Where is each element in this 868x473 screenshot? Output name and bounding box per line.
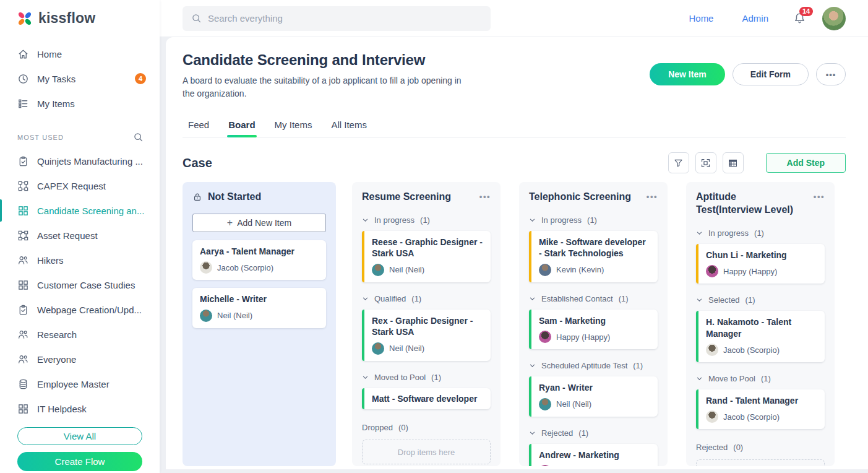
create-flow-button[interactable]: Create Flow <box>17 452 142 471</box>
chevron-down-icon <box>362 295 369 302</box>
kanban-card[interactable]: Chun Li - Marketing Happy (Happy) <box>696 244 825 284</box>
more-options-button[interactable]: ••• <box>816 63 846 85</box>
kanban-card[interactable]: Rex - Graphic Designer - Stark USA Neil … <box>362 310 491 361</box>
case-toolbar: Case Add Step <box>183 152 846 173</box>
tab-board[interactable]: Board <box>227 117 256 137</box>
add-new-item-button[interactable]: + Add New Item <box>192 214 326 232</box>
card-title: Rand - Talent Manager <box>706 395 817 406</box>
sidebar-item-capex-request[interactable]: CAPEX Request <box>0 173 160 198</box>
drop-zone[interactable]: Drop items here <box>696 459 825 466</box>
view-all-button[interactable]: View All <box>17 427 142 445</box>
card-title: Reese - Graphic Designer - Stark USA <box>372 236 483 259</box>
kanban-card[interactable]: Andrew - Marketing Happy (Happy) <box>529 444 658 466</box>
sidebar-item-label: Webpage Creation/Upd... <box>37 305 142 315</box>
column-more-button[interactable]: ••• <box>647 191 658 204</box>
sidebar-search-icon[interactable] <box>133 132 144 142</box>
sidebar-item-customer-case-studies[interactable]: Customer Case Studies <box>0 272 160 297</box>
sidebar-item-my-tasks[interactable]: My Tasks 4 <box>0 66 160 91</box>
sidebar-item-label: CAPEX Request <box>37 181 106 191</box>
tab-my-items[interactable]: My Items <box>273 117 314 137</box>
search-input[interactable] <box>208 13 482 24</box>
card-title: Rex - Graphic Designer - Stark USA <box>372 315 483 338</box>
card-title: Ryan - Writer <box>539 382 650 393</box>
kanban-card[interactable]: Matt - Software developer <box>362 388 491 409</box>
main-area: Home Admin 14 Candidate Screening and In… <box>160 0 868 473</box>
fullscreen-button[interactable] <box>695 152 716 173</box>
card-assignee: Kevin (Kevin) <box>539 264 650 276</box>
column-name: Not Started <box>208 191 261 204</box>
tab-feed[interactable]: Feed <box>187 117 210 137</box>
sidebar-item-label: Home <box>37 49 62 59</box>
column-more-button[interactable]: ••• <box>479 191 491 204</box>
sidebar-item-quinjets[interactable]: Quinjets Manufacturing ... <box>0 149 160 173</box>
card-assignee: Jacob (Scorpio) <box>706 344 817 356</box>
section-header[interactable]: Move to Pool (1) <box>696 374 825 383</box>
sidebar-item-candidate-screening[interactable]: Candidate Screening an... <box>0 198 160 223</box>
new-item-button[interactable]: New Item <box>650 63 724 85</box>
tab-all-items[interactable]: All Items <box>330 117 368 137</box>
sidebar-item-hikers[interactable]: Hikers <box>0 248 160 272</box>
add-step-button[interactable]: Add Step <box>766 153 846 173</box>
section-header[interactable]: Scheduled Aptitude Test (1) <box>529 361 658 370</box>
home-link[interactable]: Home <box>689 13 713 24</box>
most-used-section-header: MOST USED <box>0 116 160 147</box>
section-count: (1) <box>746 295 755 305</box>
kanban-card[interactable]: Michelle - Writer Neil (Neil) <box>192 288 326 328</box>
user-avatar[interactable] <box>822 7 846 30</box>
topbar-right: Home Admin 14 <box>660 7 846 30</box>
column-more-button[interactable]: ••• <box>814 191 825 204</box>
kanban-card[interactable]: Reese - Graphic Designer - Stark USA Nei… <box>362 231 491 282</box>
card-title: Mike - Software developer - Stark Techno… <box>539 236 650 259</box>
section-count: (1) <box>587 215 597 225</box>
sidebar-item-webpage-creation[interactable]: Webpage Creation/Upd... <box>0 297 160 322</box>
chevron-down-icon <box>362 374 369 381</box>
chevron-down-icon <box>529 430 536 436</box>
sidebar-item-label: My Items <box>37 98 75 109</box>
notification-count-badge: 14 <box>799 7 813 16</box>
section-header[interactable]: In progress (1) <box>529 215 658 225</box>
kanban-card[interactable]: Rand - Talent Manager Jacob (Scorpio) <box>696 389 825 429</box>
sidebar-item-label: Everyone <box>37 354 76 365</box>
filter-button[interactable] <box>668 152 689 173</box>
notifications-button[interactable]: 14 <box>793 12 806 25</box>
column-header: Not Started <box>192 191 326 204</box>
kanban-card[interactable]: Ryan - Writer Neil (Neil) <box>529 376 658 416</box>
section-header[interactable]: In progress (1) <box>696 228 825 238</box>
kanban-card[interactable]: Mike - Software developer - Stark Techno… <box>529 231 658 282</box>
chevron-down-icon <box>696 375 703 382</box>
kanban-card[interactable]: Sam - Marketing Happy (Happy) <box>529 310 658 349</box>
section-header[interactable]: Rejected (1) <box>529 428 658 438</box>
section-header[interactable]: Qualified (1) <box>362 294 491 303</box>
edit-form-button[interactable]: Edit Form <box>733 63 809 85</box>
sidebar-item-research[interactable]: Research <box>0 322 160 347</box>
kanban-card[interactable]: H. Nakamoto - Talent Manager Jacob (Scor… <box>696 311 825 362</box>
global-search[interactable] <box>183 6 491 31</box>
sidebar-item-label: My Tasks <box>37 74 75 84</box>
section-header[interactable]: Moved to Pool (1) <box>362 373 491 382</box>
sidebar-item-asset-request[interactable]: Asset Request <box>0 223 160 248</box>
page-description: A board to evaluate the suitability of a… <box>183 74 473 100</box>
table-view-button[interactable] <box>723 152 744 173</box>
card-title: Sam - Marketing <box>539 315 650 326</box>
sidebar-item-employee-master[interactable]: Employee Master <box>0 371 160 396</box>
section-header[interactable]: Selected (1) <box>696 295 825 305</box>
sidebar-item-my-items[interactable]: My Items <box>0 91 160 116</box>
sidebar-item-home[interactable]: Home <box>0 41 160 66</box>
admin-link[interactable]: Admin <box>742 13 768 24</box>
section-header[interactable]: Established Contact (1) <box>529 294 658 303</box>
card-assignee: Happy (Happy) <box>539 331 650 343</box>
sidebar-item-everyone[interactable]: Everyone <box>0 347 160 371</box>
kanban-board: Not Started + Add New Item Aarya - Talen… <box>183 182 846 466</box>
kissflow-logo[interactable]: kissflow <box>0 0 160 27</box>
section-count: (1) <box>411 294 421 303</box>
sidebar-item-label: Hikers <box>37 255 64 266</box>
board-grid-icon <box>17 279 29 291</box>
sidebar-item-it-helpdesk[interactable]: IT Helpdesk <box>0 396 160 421</box>
section-header[interactable]: In progress (1) <box>362 215 491 225</box>
section-count: (1) <box>633 361 643 370</box>
board-grid-icon <box>17 205 29 217</box>
drop-zone[interactable]: Drop items here <box>362 440 491 464</box>
kanban-card[interactable]: Aarya - Talent Manager Jacob (Scorpio) <box>192 240 326 280</box>
card-assignee: Jacob (Scorpio) <box>200 261 319 274</box>
section-count: (1) <box>761 374 771 383</box>
